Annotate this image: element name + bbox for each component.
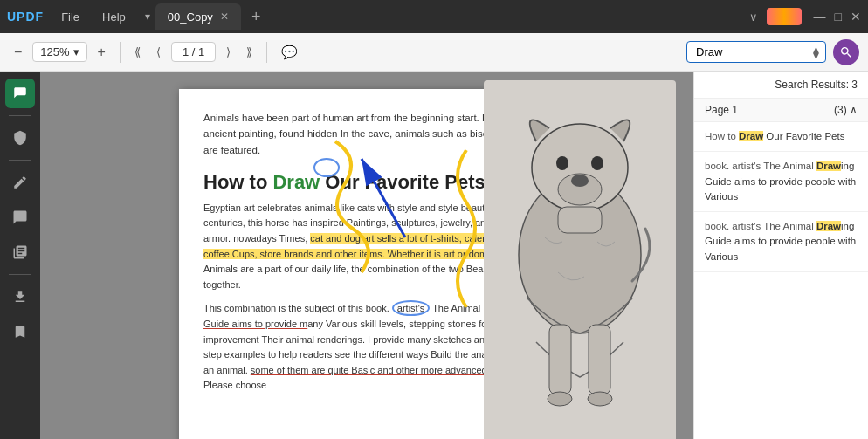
toolbar: − 125% ▾ + ⟪ ⟨ 1 / 1 ⟩ ⟫ 💬 ⧫	[0, 33, 868, 72]
window-controls: — □ ✕	[814, 10, 861, 24]
comment-button[interactable]: 💬	[276, 41, 303, 64]
search-results-panel: Search Results: 3 Page 1 (3) ∧ How to Dr…	[693, 72, 868, 439]
app-logo: UPDF	[7, 10, 44, 24]
sidebar-icon-edit[interactable]	[5, 168, 35, 197]
search-results-header: Search Results: 3	[694, 72, 868, 99]
sidebar-icon-comment[interactable]	[5, 202, 35, 232]
pdf-intro-text: Animals have been part of human art from…	[203, 110, 530, 158]
left-sidebar	[0, 72, 40, 439]
main-content: Animals have been part of human art from…	[0, 72, 868, 439]
sidebar-icon-pages[interactable]	[5, 237, 35, 267]
menu-file[interactable]: File	[52, 7, 88, 27]
heading-post: Our Favorite Pets	[320, 171, 486, 193]
result-3-prefix: book. artist's The Animal	[705, 221, 816, 231]
search-result-item-3[interactable]: book. artist's The Animal Drawing Guide …	[694, 212, 868, 272]
underline-some: some of them are quite Basic and other m…	[251, 365, 513, 375]
dog-illustration	[484, 80, 676, 439]
divider-2	[266, 42, 267, 63]
svg-point-13	[548, 392, 572, 406]
result-2-prefix: book. artist's The Animal	[705, 161, 816, 171]
page-last-button[interactable]: ⟫	[241, 42, 258, 62]
sidebar-icon-stamp[interactable]	[5, 123, 35, 153]
tab-arrow: ▾	[145, 10, 150, 23]
zoom-display[interactable]: 125% ▾	[32, 42, 86, 62]
search-box[interactable]: ⧫	[686, 41, 826, 63]
underline-drawing: ing Guide aims to provide m	[203, 303, 519, 329]
heading-pre: How to	[203, 171, 272, 193]
pdf-heading: How to Draw Our Favorite Pets	[203, 170, 530, 195]
export-icon	[12, 289, 28, 305]
chevron-icon: ∧	[850, 104, 858, 116]
tabs-overflow-button[interactable]: ∨	[749, 10, 758, 24]
stamp-icon	[12, 130, 28, 146]
search-result-item-1[interactable]: How to Draw Our Favorite Pets	[694, 122, 868, 152]
result-2-match: Draw	[816, 161, 841, 171]
add-tab-button[interactable]: +	[246, 8, 266, 26]
viewer-icon	[12, 86, 28, 101]
sidebar-separator-3	[9, 274, 31, 275]
bookmark-icon	[12, 324, 28, 340]
zoom-value: 125%	[40, 45, 69, 58]
divider-1	[120, 42, 121, 63]
result-1-prefix: How to	[705, 131, 739, 141]
maximize-button[interactable]: □	[835, 10, 842, 24]
comment-icon	[12, 209, 28, 225]
heading-draw-word: Draw	[272, 171, 320, 193]
circle-annotation-artist: artist's	[392, 300, 430, 316]
current-tab[interactable]: 00_Copy ✕	[155, 3, 241, 30]
search-page-header[interactable]: Page 1 (3) ∧	[694, 99, 868, 122]
search-button[interactable]	[833, 39, 859, 65]
page-first-button[interactable]: ⟪	[129, 42, 146, 62]
sidebar-icon-export[interactable]	[5, 282, 35, 312]
sidebar-separator-1	[9, 115, 31, 116]
filter-icon[interactable]: ⧫	[813, 45, 819, 59]
tab-close-button[interactable]: ✕	[220, 10, 229, 23]
sidebar-icon-viewer[interactable]	[5, 79, 35, 108]
brand-logo	[767, 8, 802, 25]
result-3-match: Draw	[816, 221, 841, 231]
zoom-out-button[interactable]: −	[9, 41, 27, 64]
zoom-chevron-icon: ▾	[73, 45, 79, 58]
svg-rect-10	[558, 207, 602, 233]
page-display: 1 / 1	[171, 42, 216, 62]
search-icon	[839, 45, 853, 59]
sidebar-icon-bookmark[interactable]	[5, 317, 35, 346]
titlebar: UPDF File Help ▾ 00_Copy ✕ + ∨ — □ ✕	[0, 0, 868, 33]
page-prev-button[interactable]: ⟨	[151, 42, 166, 62]
svg-rect-12	[589, 325, 610, 394]
pdf-body: Egyptian art celebrates animals like cat…	[203, 201, 530, 394]
search-result-item-2[interactable]: book. artist's The Animal Drawing Guide …	[694, 152, 868, 212]
minimize-button[interactable]: —	[814, 10, 826, 24]
result-1-suffix: Our Favorite Pets	[763, 131, 844, 141]
menu-help[interactable]: Help	[93, 7, 134, 27]
zoom-in-button[interactable]: +	[93, 41, 111, 64]
svg-point-8	[556, 156, 568, 170]
page-next-button[interactable]: ⟩	[221, 42, 236, 62]
search-input[interactable]	[686, 41, 826, 63]
svg-rect-11	[549, 325, 571, 394]
edit-icon	[12, 175, 28, 190]
pages-icon	[12, 244, 28, 260]
svg-point-9	[591, 156, 603, 170]
pdf-area: Animals have been part of human art from…	[40, 72, 693, 439]
search-page-label: Page 1	[705, 104, 738, 116]
search-page-count-chevron: (3) ∧	[834, 104, 858, 116]
highlight-yellow-1: cat and dog art sells a lot of t-shirts,…	[203, 233, 509, 259]
tab-name: 00_Copy	[168, 10, 213, 24]
close-button[interactable]: ✕	[851, 10, 861, 24]
svg-point-7	[571, 175, 589, 187]
svg-point-14	[588, 392, 612, 406]
dog-sketch-svg	[484, 80, 676, 439]
result-1-match: Draw	[739, 131, 763, 141]
sidebar-separator-2	[9, 160, 31, 161]
